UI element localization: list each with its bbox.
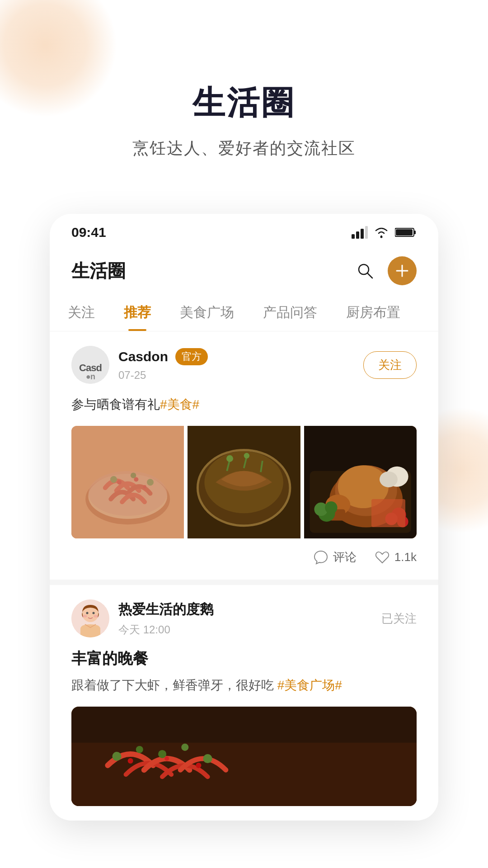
search-icon (355, 261, 375, 281)
official-badge: 官方 (175, 348, 208, 365)
food-image-roast (304, 426, 417, 538)
author-name-row-1: Casdon 官方 (118, 348, 363, 365)
post-date-2: 今天 12:00 (118, 623, 170, 636)
post-title-2: 丰富的晚餐 (71, 648, 417, 669)
post-image-grid-1 (71, 426, 417, 538)
svg-point-54 (158, 750, 166, 758)
app-header: 生活圈 (50, 247, 438, 294)
comment-label-1: 评论 (333, 549, 357, 565)
post-header-1: Casd ●n Casdon 官方 07-25 关注 (71, 346, 417, 384)
followed-label: 已关注 (381, 611, 417, 627)
svg-point-50 (94, 615, 98, 618)
author-name-user: 热爱生活的度鹅 (118, 600, 213, 619)
hashtag-food-square: #美食广场# (274, 678, 342, 692)
svg-point-20 (147, 479, 154, 486)
svg-point-57 (181, 744, 188, 751)
wifi-icon (373, 226, 389, 239)
status-time: 09:41 (71, 225, 106, 240)
tab-follow[interactable]: 关注 (64, 294, 99, 331)
tab-product-qa[interactable]: 产品问答 (259, 294, 321, 331)
svg-point-42 (397, 516, 408, 527)
post-content-1: 参与晒食谱有礼#美食# (71, 395, 417, 415)
search-button[interactable] (353, 259, 377, 283)
author-name-casdon: Casdon (118, 349, 168, 364)
svg-point-49 (83, 615, 87, 618)
header-actions (353, 256, 417, 285)
svg-rect-0 (352, 234, 355, 239)
post-actions-1: 评论 1.1k (71, 549, 417, 565)
heart-icon (375, 550, 390, 565)
tab-bar: 关注 推荐 美食广场 产品问答 厨房布置 (50, 294, 438, 331)
svg-point-39 (325, 501, 337, 514)
svg-point-60 (196, 763, 201, 768)
post-text-1: 参与晒食谱有礼 (71, 397, 160, 411)
food-preview-image (71, 707, 417, 806)
page-subtitle: 烹饪达人、爱好者的交流社区 (0, 137, 488, 160)
svg-rect-52 (71, 743, 417, 806)
svg-rect-1 (356, 231, 359, 239)
page-header: 生活圈 烹饪达人、爱好者的交流社区 (0, 0, 488, 187)
author-info-2: 热爱生活的度鹅 今天 12:00 (118, 600, 381, 637)
comment-icon (313, 550, 328, 565)
casdon-logo: Casd ●n (71, 346, 109, 384)
svg-point-41 (385, 513, 397, 525)
like-count-1: 1.1k (394, 550, 417, 564)
svg-point-40 (391, 508, 406, 522)
svg-text:●n: ●n (86, 372, 95, 381)
battery-icon (395, 227, 417, 238)
svg-point-48 (93, 612, 95, 614)
food-image-shrimp (71, 426, 184, 538)
svg-line-9 (368, 274, 373, 278)
add-post-button[interactable] (388, 256, 417, 285)
svg-point-56 (136, 746, 143, 753)
follow-button-1[interactable]: 关注 (363, 351, 417, 379)
plus-icon (395, 264, 409, 278)
tab-kitchen-layout[interactable]: 厨房布置 (343, 294, 404, 331)
app-nav-title: 生活圈 (71, 259, 126, 283)
svg-point-47 (86, 612, 89, 614)
svg-point-22 (134, 477, 138, 481)
svg-point-21 (117, 480, 122, 484)
svg-rect-6 (414, 231, 416, 234)
status-bar: 09:41 (50, 214, 438, 247)
post-card-1: Casd ●n Casdon 官方 07-25 关注 参与晒食谱有礼#美食# (50, 331, 438, 585)
post-date-1: 07-25 (118, 369, 146, 381)
like-button-1[interactable]: 1.1k (375, 550, 417, 565)
post-header-2: 热爱生活的度鹅 今天 12:00 已关注 (71, 599, 417, 637)
svg-point-23 (143, 485, 146, 488)
hashtag-food: #美食# (160, 397, 199, 411)
phone-mockup: 09:41 生活圈 (50, 214, 438, 821)
tab-recommend[interactable]: 推荐 (120, 294, 155, 331)
status-icons (352, 226, 417, 239)
svg-point-53 (112, 752, 121, 761)
avatar-user (71, 599, 109, 637)
post-desc-2: 跟着做了下大虾，鲜香弹牙，很好吃 #美食广场# (71, 675, 417, 696)
food-image-braised (188, 426, 300, 538)
user-avatar-illustration (71, 599, 109, 637)
svg-point-17 (88, 474, 167, 519)
svg-point-4 (380, 236, 383, 238)
svg-point-59 (164, 756, 169, 761)
svg-point-19 (131, 472, 136, 478)
tab-food-square[interactable]: 美食广场 (176, 294, 238, 331)
svg-rect-3 (365, 226, 368, 239)
food-preview-svg (71, 707, 417, 806)
post-card-2: 热爱生活的度鹅 今天 12:00 已关注 丰富的晚餐 跟着做了下大虾，鲜香弹牙，… (50, 585, 438, 821)
svg-rect-2 (361, 229, 364, 239)
author-info-1: Casdon 官方 07-25 (118, 348, 363, 382)
author-name-row-2: 热爱生活的度鹅 (118, 600, 381, 619)
svg-point-28 (244, 453, 249, 458)
avatar-casdon: Casd ●n (71, 346, 109, 384)
post-text-2: 跟着做了下大虾，鲜香弹牙，很好吃 (71, 678, 274, 692)
svg-point-18 (110, 476, 117, 483)
svg-point-55 (203, 754, 212, 763)
comment-button-1[interactable]: 评论 (313, 549, 357, 565)
svg-point-44 (380, 472, 398, 487)
svg-rect-7 (396, 229, 413, 236)
svg-point-27 (226, 455, 233, 462)
page-title: 生活圈 (0, 81, 488, 125)
signal-icon (352, 226, 368, 239)
svg-point-58 (128, 758, 133, 764)
